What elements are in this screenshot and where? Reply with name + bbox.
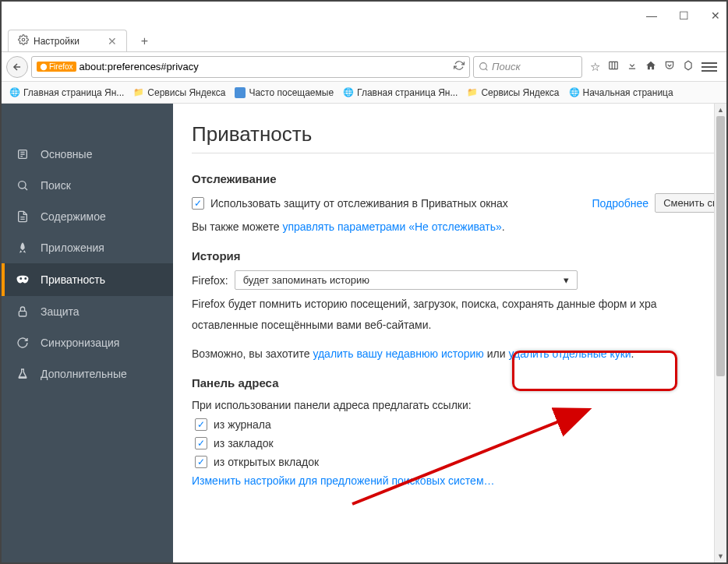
tracking-protection-checkbox[interactable]: ✓ xyxy=(192,197,204,210)
page-title: Приватность xyxy=(192,122,726,146)
flask-icon xyxy=(16,368,30,380)
sidebar-item-search[interactable]: Поиск xyxy=(2,170,173,201)
lock-icon xyxy=(16,305,30,318)
select-value: будет запоминать историю xyxy=(243,274,369,286)
home-icon[interactable] xyxy=(645,60,656,73)
svg-rect-3 xyxy=(610,62,618,69)
bookmark-item[interactable]: 🌐Главная страница Ян... xyxy=(6,86,127,100)
history-heading: История xyxy=(192,249,726,263)
folder-icon: 📁 xyxy=(133,87,144,98)
pocket-icon[interactable] xyxy=(664,60,675,73)
suggest-history-label: из журнала xyxy=(214,418,271,431)
svg-point-0 xyxy=(22,38,25,41)
tracking-also-text: Вы также можете xyxy=(192,220,282,233)
settings-main-panel: Приватность Отслеживание ✓ Использовать … xyxy=(173,104,726,562)
refresh-button[interactable] xyxy=(454,60,465,73)
tab-close-button[interactable]: ✕ xyxy=(108,35,117,48)
rocket-icon xyxy=(16,241,30,254)
sidebar-item-label: Приватность xyxy=(41,273,105,286)
sidebar-item-content[interactable]: Содержимое xyxy=(2,201,173,232)
addressbar-desc: При использовании панели адреса предлага… xyxy=(192,397,726,414)
search-bar[interactable]: Поиск xyxy=(473,56,582,78)
window-titlebar: — ☐ ✕ xyxy=(2,2,726,29)
gear-icon xyxy=(18,34,29,48)
svg-marker-4 xyxy=(685,61,691,70)
suggest-bookmarks-checkbox[interactable]: ✓ xyxy=(195,437,207,449)
app-icon xyxy=(235,87,246,98)
general-icon xyxy=(16,148,30,160)
suggest-history-checkbox[interactable]: ✓ xyxy=(195,418,207,431)
vertical-scrollbar[interactable]: ▲ ▼ xyxy=(714,104,726,562)
scroll-up-arrow[interactable]: ▲ xyxy=(715,104,726,116)
history-desc-1: Firefox будет помнить историю посещений,… xyxy=(192,296,726,312)
globe-icon: 🌐 xyxy=(9,87,20,98)
firefox-badge: Firefox xyxy=(37,62,76,72)
window-close-button[interactable]: ✕ xyxy=(711,9,720,22)
content-icon xyxy=(16,210,30,223)
scroll-thumb[interactable] xyxy=(716,116,725,376)
search-suggestions-settings-link[interactable]: Изменить настройки для предложений поиск… xyxy=(192,474,495,487)
nav-toolbar: Firefox about:preferences#privacy Поиск … xyxy=(2,52,726,82)
sidebar-item-privacy[interactable]: Приватность xyxy=(2,263,173,296)
sidebar-item-security[interactable]: Защита xyxy=(2,296,173,327)
tracking-heading: Отслеживание xyxy=(192,172,726,185)
search-icon xyxy=(479,62,489,72)
library-icon[interactable] xyxy=(608,60,619,73)
mask-icon xyxy=(16,273,30,287)
history-mode-select[interactable]: будет запоминать историю ▾ xyxy=(235,270,578,290)
suggest-bookmarks-label: из закладок xyxy=(214,437,274,449)
history-desc-2: оставленные посещёнными вами веб-сайтами… xyxy=(192,317,726,333)
tracking-learn-more-link[interactable]: Подробнее xyxy=(592,197,649,210)
bookmark-item[interactable]: 🌐Начальная страница xyxy=(566,86,677,100)
sidebar-item-label: Синхронизация xyxy=(41,337,119,349)
folder-icon: 📁 xyxy=(467,87,478,98)
chevron-down-icon: ▾ xyxy=(564,274,569,286)
sidebar-item-general[interactable]: Основные xyxy=(2,139,173,170)
sync-icon xyxy=(16,337,30,349)
svg-rect-7 xyxy=(19,311,26,316)
menu-button[interactable] xyxy=(701,62,717,72)
sidebar-item-sync[interactable]: Синхронизация xyxy=(2,327,173,358)
globe-icon: 🌐 xyxy=(569,87,580,98)
divider xyxy=(192,153,717,153)
firefox-label: Firefox: xyxy=(192,274,228,287)
tab-label: Настройки xyxy=(34,36,80,47)
sidebar-item-label: Дополнительные xyxy=(41,368,127,380)
sidebar-item-applications[interactable]: Приложения xyxy=(2,232,173,263)
sidebar-item-advanced[interactable]: Дополнительные xyxy=(2,358,173,390)
addressbar-heading: Панель адреса xyxy=(192,376,726,390)
clear-cookies-link[interactable]: удалить отдельные куки xyxy=(508,347,631,360)
window-maximize-button[interactable]: ☐ xyxy=(679,9,689,22)
bookmark-item[interactable]: 🌐Главная страница Ян... xyxy=(340,86,461,100)
dnt-manage-link[interactable]: управлять параметрами «Не отслеживать» xyxy=(282,220,501,233)
search-placeholder: Поиск xyxy=(492,61,521,72)
addons-icon[interactable] xyxy=(683,60,694,73)
url-bar[interactable]: Firefox about:preferences#privacy xyxy=(31,56,470,78)
bookmark-item[interactable]: 📁Сервисы Яндекса xyxy=(130,86,228,100)
sidebar-item-label: Приложения xyxy=(41,241,104,254)
downloads-icon[interactable] xyxy=(627,60,638,73)
bookmark-star-icon[interactable]: ☆ xyxy=(590,60,600,74)
scroll-track[interactable] xyxy=(715,116,726,550)
history-maybe-text: Возможно, вы захотите xyxy=(192,347,313,360)
bookmarks-toolbar: 🌐Главная страница Ян... 📁Сервисы Яндекса… xyxy=(2,82,726,104)
scroll-down-arrow[interactable]: ▼ xyxy=(715,550,726,562)
sidebar-item-label: Основные xyxy=(41,148,92,160)
window-minimize-button[interactable]: — xyxy=(646,9,657,22)
sidebar-item-label: Содержимое xyxy=(41,210,106,223)
sidebar-item-label: Поиск xyxy=(41,179,71,192)
svg-point-1 xyxy=(41,63,47,69)
tab-bar: Настройки ✕ + xyxy=(2,29,726,52)
back-button[interactable] xyxy=(6,56,28,78)
bookmark-item[interactable]: 📁Сервисы Яндекса xyxy=(464,86,562,100)
globe-icon: 🌐 xyxy=(343,87,354,98)
suggest-opentabs-label: из открытых вкладок xyxy=(214,456,319,468)
new-tab-button[interactable]: + xyxy=(135,31,154,51)
bookmark-item[interactable]: Часто посещаемые xyxy=(231,86,337,100)
tracking-checkbox-label: Использовать защиту от отслеживания в Пр… xyxy=(210,197,508,210)
clear-history-link[interactable]: удалить вашу недавнюю историю xyxy=(313,347,483,360)
tab-settings[interactable]: Настройки ✕ xyxy=(8,30,127,51)
svg-point-6 xyxy=(19,182,26,189)
suggest-opentabs-checkbox[interactable]: ✓ xyxy=(195,456,207,468)
sidebar-item-label: Защита xyxy=(41,305,80,318)
